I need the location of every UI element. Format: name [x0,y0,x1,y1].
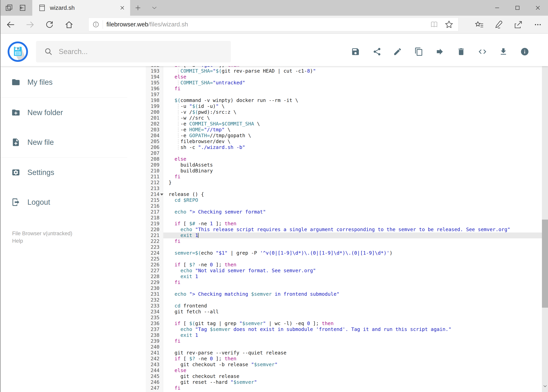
code-line[interactable]: -e HOME="//tmp" \ [163,127,542,133]
code-line[interactable]: COMMIT_SHA="untracked" [163,80,542,86]
code-line[interactable]: git checkout release [163,373,542,379]
sidebar-item-settings[interactable]: Settings [0,166,145,179]
code-line[interactable]: else [163,74,542,80]
code-line[interactable]: exit 1 [163,273,542,280]
code-line[interactable]: echo "Not valid semver format. See semve… [163,268,542,273]
page-scrollbar[interactable] [542,34,548,392]
close-icon[interactable] [528,0,548,16]
tabs-preview-icon[interactable] [17,3,28,13]
code-line[interactable] [163,297,542,303]
code-line[interactable]: if [ -d ".git" ]; then [163,66,542,68]
code-line[interactable]: COMMIT_SHA="$(git rev-parse HEAD | cut -… [163,68,542,74]
code-line[interactable]: fi [163,238,542,244]
code-line[interactable]: git checkout -b release "$semver" [163,362,542,368]
code-line[interactable]: if [ $# -ne 1 ]; then [163,221,542,227]
code-line[interactable]: fi [163,338,542,344]
code-line[interactable]: exit 1 [163,332,542,338]
code-line[interactable]: cd $REPO [163,197,542,203]
browser-tab[interactable]: wizard.sh [32,0,130,16]
code-line[interactable]: cd frontend [163,303,542,309]
code-line[interactable]: fi [163,385,542,391]
code-line[interactable]: $(command -v winpty) docker run --rm -it… [163,98,542,103]
code-lines[interactable]: if [ -d ".git" ]; then COMMIT_SHA="$(git… [163,66,542,391]
code-line[interactable] [163,244,542,250]
code-line[interactable]: -u "$(id -u)" \ [163,103,542,109]
code-line[interactable]: -w //src \ [163,115,542,121]
search-input[interactable] [58,47,212,56]
help-link[interactable]: Help [12,238,23,244]
forward-icon[interactable] [23,18,37,31]
code-line[interactable]: exit 1 [163,232,542,238]
minimize-icon[interactable] [487,0,507,16]
code-line[interactable]: fi [163,280,542,285]
code-line[interactable]: } [163,180,542,186]
sidebar-item-new-folder[interactable]: New folder [0,106,145,119]
site-info-icon[interactable] [92,21,100,28]
share-button[interactable] [372,46,382,57]
app-logo[interactable] [8,42,28,62]
code-line[interactable] [163,186,542,191]
code-line[interactable]: -v /$(pwd):/src:z \ [163,109,542,115]
copy-button[interactable] [414,46,424,57]
code-line[interactable]: echo "> Checking matching $semver in fro… [163,291,542,297]
refresh-icon[interactable] [43,18,56,31]
code-line[interactable] [163,256,542,262]
code-line[interactable] [163,91,542,98]
code-line[interactable]: buildAssets [163,162,542,168]
code-line[interactable] [163,203,542,209]
download-button[interactable] [498,46,509,57]
back-icon[interactable] [4,18,18,31]
code-line[interactable]: if [ $? -ne 0 ]; then [163,262,542,268]
favorite-star-icon[interactable] [444,20,453,29]
code-line[interactable] [163,215,542,221]
home-icon[interactable] [62,18,76,31]
sidebar-item-new-file[interactable]: New file [0,136,145,148]
code-line[interactable]: git reset --hard "$semver" [163,379,542,385]
code-line[interactable]: echo "> Checking semver format" [163,209,542,215]
annotate-icon[interactable] [492,18,505,31]
code-line[interactable]: fi [163,174,542,180]
info-button[interactable] [520,46,530,57]
code-line[interactable]: if [ $(git tag | grep "$semver" | wc -l)… [163,321,542,326]
new-tab-icon[interactable] [131,3,145,13]
maximize-icon[interactable] [507,0,528,16]
sidebar-item-logout[interactable]: Logout [0,196,145,208]
code-button[interactable] [477,46,488,57]
code-line[interactable]: git fetch --all [163,309,542,315]
edit-button[interactable] [392,46,403,57]
code-line[interactable]: -e COMMIT_SHA=$COMMIT_SHA \ [163,121,542,127]
code-line[interactable]: -e GOPATH=//tmp/gopath \ [163,133,542,139]
code-line[interactable]: filebrowser/dev \ [163,139,542,144]
url-text[interactable]: filebrowser.web/files/wizard.sh [106,21,188,28]
save-button[interactable] [350,46,361,57]
scroll-down-icon[interactable] [542,382,548,390]
code-line[interactable]: echo "This release script requires a sin… [163,227,542,232]
search-box[interactable] [36,41,231,63]
fold-arrow-icon[interactable] [160,194,163,196]
move-button[interactable] [435,46,445,57]
tab-dropdown-chevron-icon[interactable] [147,3,162,13]
code-line[interactable]: fi [163,86,542,91]
more-options-icon[interactable] [531,18,545,31]
code-line[interactable] [163,150,542,156]
code-line[interactable]: else [163,368,542,373]
close-tab-icon[interactable] [119,5,125,11]
code-line[interactable] [163,285,542,291]
sidebar-item-my-files[interactable]: My files [0,76,145,88]
delete-button[interactable] [456,46,466,57]
code-line[interactable]: if [ $? -ne 0 ]; then [163,356,542,362]
code-line[interactable] [163,344,542,350]
code-line[interactable]: semver=$(echo "$1" | grep -P '^v(0|[1-9]… [163,250,542,256]
code-line[interactable]: git rev-parse --verify --quiet release [163,350,542,356]
address-bar[interactable]: filebrowser.web/files/wizard.sh [88,18,458,31]
reading-view-icon[interactable] [430,20,439,29]
code-line[interactable]: release () { [163,191,542,197]
set-aside-tabs-icon[interactable] [4,3,14,13]
share-icon[interactable] [511,18,525,31]
code-line[interactable] [163,315,542,321]
code-line[interactable]: sh -c "./wizard.sh -b" [163,144,542,150]
scrollbar-thumb[interactable] [542,220,548,308]
code-line[interactable]: else [163,156,542,162]
code-line[interactable]: echo "Tag $semver does not exist in subm… [163,326,542,332]
code-line[interactable]: buildBinary [163,168,542,174]
